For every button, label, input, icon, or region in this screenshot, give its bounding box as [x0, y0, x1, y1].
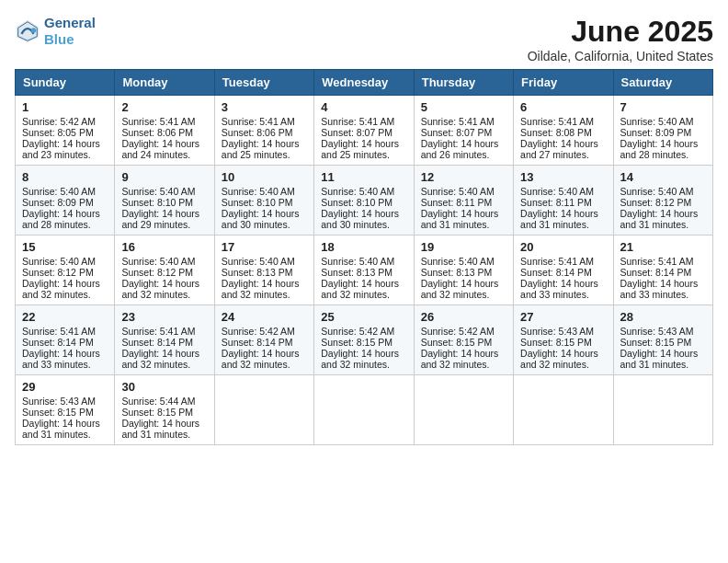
sunrise-text: Sunrise: 5:43 AM — [520, 326, 594, 337]
calendar-cell: 23 Sunrise: 5:41 AM Sunset: 8:14 PM Dayl… — [115, 305, 214, 375]
sunset-text: Sunset: 8:15 PM — [121, 407, 193, 418]
calendar-cell: 30 Sunrise: 5:44 AM Sunset: 8:15 PM Dayl… — [115, 375, 214, 445]
daylight-text: Daylight: 14 hours and 26 minutes. — [421, 138, 499, 160]
day-number: 11 — [321, 170, 406, 184]
sunset-text: Sunset: 8:07 PM — [421, 127, 493, 138]
daylight-text: Daylight: 14 hours and 32 minutes. — [121, 278, 199, 300]
day-number: 27 — [520, 310, 606, 324]
sunrise-text: Sunrise: 5:41 AM — [520, 116, 594, 127]
sunset-text: Sunset: 8:15 PM — [22, 407, 94, 418]
logo-line2: Blue — [44, 31, 74, 47]
sunset-text: Sunset: 8:13 PM — [222, 267, 293, 278]
sunset-text: Sunset: 8:05 PM — [22, 127, 94, 138]
sunset-text: Sunset: 8:08 PM — [520, 127, 592, 138]
daylight-text: Daylight: 14 hours and 31 minutes. — [121, 418, 199, 440]
day-number: 15 — [22, 240, 108, 254]
day-number: 23 — [121, 310, 207, 324]
daylight-text: Daylight: 14 hours and 25 minutes. — [222, 138, 300, 160]
daylight-text: Daylight: 14 hours and 32 minutes. — [321, 278, 399, 300]
month-title: June 2025 — [528, 15, 713, 49]
day-number: 3 — [222, 100, 307, 114]
daylight-text: Daylight: 14 hours and 29 minutes. — [121, 208, 199, 230]
calendar-cell: 10 Sunrise: 5:40 AM Sunset: 8:10 PM Dayl… — [214, 166, 313, 236]
sunrise-text: Sunrise: 5:40 AM — [620, 186, 694, 197]
sunrise-text: Sunrise: 5:41 AM — [222, 116, 295, 127]
sunrise-text: Sunrise: 5:41 AM — [121, 326, 195, 337]
calendar-week-row: 1 Sunrise: 5:42 AM Sunset: 8:05 PM Dayli… — [16, 96, 713, 166]
calendar-cell: 27 Sunrise: 5:43 AM Sunset: 8:15 PM Dayl… — [514, 305, 613, 375]
sunset-text: Sunset: 8:06 PM — [222, 127, 293, 138]
day-number: 5 — [421, 100, 506, 114]
sunrise-text: Sunrise: 5:41 AM — [520, 256, 594, 267]
sunrise-text: Sunrise: 5:40 AM — [321, 256, 394, 267]
sunset-text: Sunset: 8:11 PM — [421, 197, 493, 208]
day-number: 19 — [421, 240, 506, 254]
weekday-header: Saturday — [613, 70, 712, 96]
daylight-text: Daylight: 14 hours and 24 minutes. — [121, 138, 199, 160]
day-number: 8 — [22, 170, 108, 184]
sunset-text: Sunset: 8:14 PM — [520, 267, 592, 278]
day-number: 21 — [620, 240, 706, 254]
sunset-text: Sunset: 8:15 PM — [620, 337, 692, 348]
daylight-text: Daylight: 14 hours and 31 minutes. — [520, 208, 598, 230]
calendar-week-row: 29 Sunrise: 5:43 AM Sunset: 8:15 PM Dayl… — [16, 375, 713, 445]
weekday-header: Sunday — [16, 70, 115, 96]
daylight-text: Daylight: 14 hours and 32 minutes. — [321, 348, 399, 370]
sunrise-text: Sunrise: 5:40 AM — [22, 186, 96, 197]
calendar-cell: 25 Sunrise: 5:42 AM Sunset: 8:15 PM Dayl… — [314, 305, 414, 375]
calendar-cell: 26 Sunrise: 5:42 AM Sunset: 8:15 PM Dayl… — [414, 305, 513, 375]
day-number: 10 — [222, 170, 307, 184]
sunrise-text: Sunrise: 5:41 AM — [620, 256, 694, 267]
calendar-cell: 17 Sunrise: 5:40 AM Sunset: 8:13 PM Dayl… — [214, 236, 313, 305]
sunset-text: Sunset: 8:14 PM — [222, 337, 293, 348]
calendar-cell: 15 Sunrise: 5:40 AM Sunset: 8:12 PM Dayl… — [16, 236, 115, 305]
calendar-cell: 4 Sunrise: 5:41 AM Sunset: 8:07 PM Dayli… — [314, 96, 414, 166]
daylight-text: Daylight: 14 hours and 32 minutes. — [22, 278, 100, 300]
weekday-header: Thursday — [414, 70, 513, 96]
sunrise-text: Sunrise: 5:41 AM — [421, 116, 495, 127]
sunrise-text: Sunrise: 5:41 AM — [321, 116, 394, 127]
calendar-cell: 11 Sunrise: 5:40 AM Sunset: 8:10 PM Dayl… — [314, 166, 414, 236]
weekday-header: Monday — [115, 70, 214, 96]
calendar-cell: 20 Sunrise: 5:41 AM Sunset: 8:14 PM Dayl… — [514, 236, 613, 305]
daylight-text: Daylight: 14 hours and 30 minutes. — [222, 208, 300, 230]
sunrise-text: Sunrise: 5:40 AM — [421, 256, 495, 267]
daylight-text: Daylight: 14 hours and 33 minutes. — [520, 278, 598, 300]
sunrise-text: Sunrise: 5:40 AM — [22, 256, 96, 267]
calendar-cell: 14 Sunrise: 5:40 AM Sunset: 8:12 PM Dayl… — [613, 166, 712, 236]
day-number: 12 — [421, 170, 506, 184]
sunrise-text: Sunrise: 5:43 AM — [22, 396, 96, 407]
sunset-text: Sunset: 8:15 PM — [421, 337, 493, 348]
calendar-header-row: SundayMondayTuesdayWednesdayThursdayFrid… — [16, 70, 713, 96]
daylight-text: Daylight: 14 hours and 32 minutes. — [121, 348, 199, 370]
calendar-cell: 28 Sunrise: 5:43 AM Sunset: 8:15 PM Dayl… — [613, 305, 712, 375]
calendar-cell — [314, 375, 414, 445]
sunset-text: Sunset: 8:14 PM — [121, 337, 193, 348]
sunset-text: Sunset: 8:09 PM — [22, 197, 94, 208]
day-number: 14 — [620, 170, 706, 184]
calendar-cell: 12 Sunrise: 5:40 AM Sunset: 8:11 PM Dayl… — [414, 166, 513, 236]
daylight-text: Daylight: 14 hours and 30 minutes. — [321, 208, 399, 230]
daylight-text: Daylight: 14 hours and 28 minutes. — [620, 138, 699, 160]
sunrise-text: Sunrise: 5:42 AM — [321, 326, 394, 337]
sunset-text: Sunset: 8:13 PM — [321, 267, 392, 278]
daylight-text: Daylight: 14 hours and 32 minutes. — [222, 348, 300, 370]
sunset-text: Sunset: 8:06 PM — [121, 127, 193, 138]
calendar-cell — [613, 375, 712, 445]
sunset-text: Sunset: 8:10 PM — [321, 197, 392, 208]
day-number: 9 — [121, 170, 207, 184]
calendar-cell — [514, 375, 613, 445]
sunrise-text: Sunrise: 5:40 AM — [222, 186, 295, 197]
day-number: 18 — [321, 240, 406, 254]
calendar-cell: 29 Sunrise: 5:43 AM Sunset: 8:15 PM Dayl… — [16, 375, 115, 445]
page-header: General Blue June 2025 Oildale, Californ… — [15, 15, 713, 63]
sunset-text: Sunset: 8:14 PM — [620, 267, 692, 278]
daylight-text: Daylight: 14 hours and 28 minutes. — [22, 208, 100, 230]
sunrise-text: Sunrise: 5:40 AM — [222, 256, 295, 267]
sunset-text: Sunset: 8:12 PM — [620, 197, 692, 208]
day-number: 28 — [620, 310, 706, 324]
calendar-cell: 3 Sunrise: 5:41 AM Sunset: 8:06 PM Dayli… — [214, 96, 313, 166]
sunrise-text: Sunrise: 5:43 AM — [620, 326, 694, 337]
day-number: 7 — [620, 100, 706, 114]
calendar-cell — [214, 375, 313, 445]
